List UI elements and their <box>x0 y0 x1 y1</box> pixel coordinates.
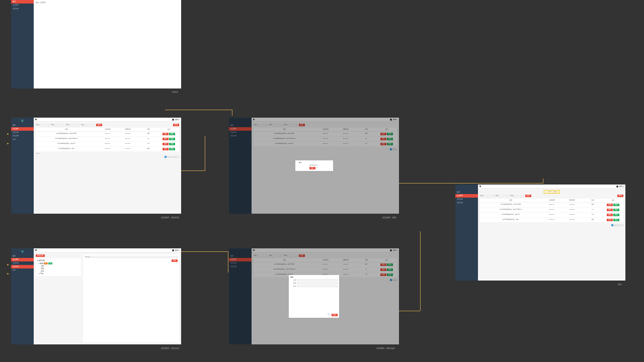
logo: V <box>11 248 34 254</box>
menu-icon[interactable] <box>35 249 37 251</box>
delete-button[interactable]: 删除 <box>169 148 175 150</box>
search-button[interactable]: 搜索 <box>525 195 531 197</box>
filter-input[interactable] <box>39 124 49 126</box>
form-label: 排序 <box>290 283 296 284</box>
nav-item[interactable]: 首页 <box>11 124 34 127</box>
page-item[interactable]: 4 <box>172 156 174 158</box>
sort-input[interactable] <box>297 282 338 284</box>
filter-input[interactable] <box>499 195 509 197</box>
screen-init: 首页 信息管理 信息列表 首页 / 信息管理 <box>11 0 181 88</box>
sidebar: 首页 信息管理 信息列表 <box>11 0 34 88</box>
user-name: 管理员 <box>619 186 624 188</box>
user-name: 管理员 <box>175 249 180 251</box>
nav-item[interactable]: 首页 <box>455 191 478 194</box>
logo: V <box>11 118 34 124</box>
name-input[interactable] <box>297 279 338 281</box>
topbar: 管理员 <box>478 185 625 189</box>
confirm-button[interactable]: 确定 <box>332 314 338 316</box>
add-button[interactable]: 新增 <box>173 124 179 126</box>
nav-item[interactable]: 首页 <box>11 0 34 4</box>
save-button[interactable]: 保存 <box>172 259 178 262</box>
topbar: 管理员 <box>34 248 181 252</box>
filter-input[interactable] <box>69 124 79 126</box>
screen-category: V 首页 信息管理 信息列表 信息分类 其他 管理员 新增分类 ▸ 全部分类 ▾… <box>11 248 181 344</box>
screen-caption: 信息管理 - 信息分类 <box>161 347 179 349</box>
avatar[interactable] <box>616 186 618 188</box>
nav-item[interactable]: 信息列表 <box>11 7 34 11</box>
status-input[interactable] <box>297 285 338 287</box>
main-content: 管理员 ✓ 保存成功，已更新记录 标题 分类 日期 搜索 新增 标题发布时间更新… <box>478 185 625 281</box>
filter-label: 状态 <box>81 124 84 126</box>
main-content: 管理员 新增分类 ▸ 全部分类 ▾ 新闻 修改 删除 公告 活动 其他 ▸ 产品… <box>34 248 181 344</box>
nav-item[interactable]: 信息列表 <box>11 131 34 134</box>
edit-button[interactable]: 编辑 <box>163 143 169 145</box>
modal-overlay[interactable]: ⚠提示 确定删除此条记录? 确定 取消 <box>229 118 399 214</box>
page-next[interactable]: › <box>177 156 179 158</box>
edit-button[interactable]: 编辑 <box>163 138 169 140</box>
edit-button[interactable]: 编辑 <box>163 133 169 135</box>
edit-tag[interactable]: 修改 <box>44 262 48 264</box>
page-item[interactable]: 3 <box>170 156 172 158</box>
breadcrumb: 首页 / 信息管理 <box>36 2 179 4</box>
nav-item[interactable]: 其他 <box>11 268 34 272</box>
cancel-button[interactable]: 取消 <box>328 314 331 316</box>
nav-item-active[interactable]: 信息管理 <box>11 258 34 261</box>
avatar[interactable] <box>172 249 174 251</box>
avatar[interactable] <box>172 119 174 121</box>
nav-item[interactable]: 信息分类 <box>455 201 478 205</box>
page-item[interactable]: 1 <box>165 156 167 158</box>
nav-item-active[interactable]: 信息管理 <box>455 194 478 198</box>
table-row: 测试文章内容描述信息这是一段测试文本内容示例2019-01-012019-01-… <box>36 137 179 142</box>
nav-item[interactable]: 信息列表 <box>11 261 34 265</box>
table-row: 测试文章内容描述信息这是一段测试文本内容2019-01-012019-01-02… <box>36 132 179 137</box>
name-input[interactable] <box>92 256 178 258</box>
filter-input[interactable] <box>514 195 524 197</box>
nav-item[interactable]: 首页 <box>11 254 34 258</box>
warning-icon: ⚠ <box>297 162 298 163</box>
edit-button[interactable]: 编辑 <box>163 148 169 150</box>
table-row: 测试文章内容描述信息这是一段测试文本2019-01-012019-01-02活动… <box>36 142 179 147</box>
filter-input[interactable] <box>484 195 494 197</box>
filter-input[interactable] <box>54 124 64 126</box>
delete-tag[interactable]: 删除 <box>48 262 52 264</box>
nav-item-active[interactable]: 信息管理 <box>11 127 34 131</box>
nav-item[interactable]: 其他 <box>11 138 34 141</box>
filter-row: 标题 分类 日期 状态 搜索 新增 <box>36 124 179 126</box>
form-label: 状态 <box>290 286 296 287</box>
user-name: 管理员 <box>175 119 180 121</box>
nav-item[interactable]: 信息列表 <box>455 198 478 201</box>
tree-item[interactable]: ▸ 产品 <box>37 273 80 275</box>
close-icon[interactable]: × <box>337 277 338 278</box>
add-button[interactable]: 新增 <box>617 195 623 197</box>
confirm-modal: ⚠提示 确定删除此条记录? 确定 取消 <box>295 160 333 171</box>
delete-button[interactable]: 删除 <box>169 138 175 140</box>
topbar: 管理员 <box>34 118 181 122</box>
modal-title: 编辑× <box>290 277 338 278</box>
menu-icon[interactable] <box>35 119 37 120</box>
pagination: 1 2 3 4 5 › <box>36 156 179 158</box>
main-content: 首页 / 信息管理 <box>34 0 181 88</box>
screen-caption: 初始化 <box>172 90 178 93</box>
filter-input[interactable] <box>85 124 95 126</box>
cancel-button[interactable]: 取消 <box>316 167 318 169</box>
form-label: 名称 <box>290 280 296 281</box>
delete-button[interactable]: 删除 <box>169 133 175 135</box>
search-button[interactable]: 搜索 <box>96 124 102 126</box>
confirm-button[interactable]: 确定 <box>309 167 315 169</box>
screen-saved: 首页 信息管理 信息列表 信息分类 管理员 ✓ 保存成功，已更新记录 标题 分类… <box>455 185 625 281</box>
delete-button[interactable]: 删除 <box>169 143 175 145</box>
modal-title: ⚠提示 <box>297 162 332 163</box>
menu-icon[interactable] <box>479 186 481 187</box>
nav-item[interactable]: 信息分类 <box>11 134 34 138</box>
modal-overlay[interactable]: 编辑× 名称 排序 状态 取消 确定 <box>229 248 399 344</box>
modal-body: 确定删除此条记录? <box>297 164 332 166</box>
nav-item[interactable]: 信息分类 <box>11 265 34 268</box>
screen-caption: 信息管理 - 新增·编辑 <box>376 347 395 349</box>
page-item[interactable]: 2 <box>167 156 169 158</box>
nav-item[interactable]: 信息管理 <box>11 4 34 7</box>
screen-caption: 信息管理 - 信息列表 <box>161 216 179 219</box>
screen-list: V 首页 信息管理 信息列表 信息分类 其他 管理员 标题 分类 日期 状态 搜… <box>11 118 181 214</box>
add-category-button[interactable]: 新增分类 <box>36 254 45 257</box>
logo <box>455 185 478 191</box>
page-item[interactable]: 5 <box>175 156 177 158</box>
